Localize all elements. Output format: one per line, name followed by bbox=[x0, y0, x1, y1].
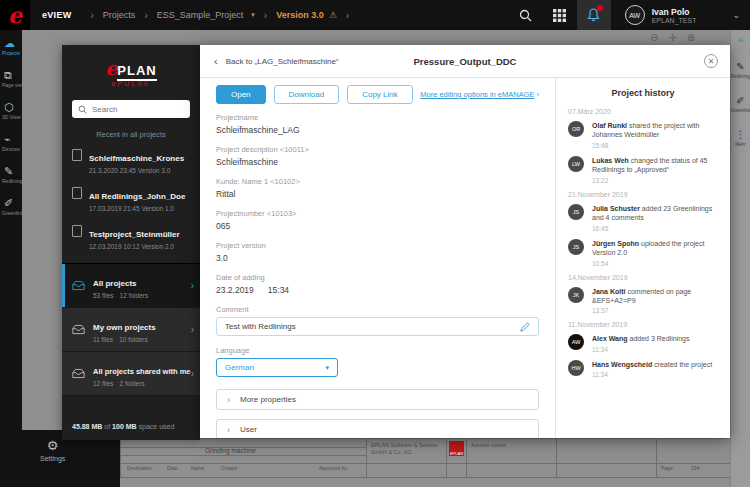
avatar: JK bbox=[568, 287, 584, 303]
search-input[interactable] bbox=[92, 105, 182, 114]
breadcrumb-version[interactable]: Version 3.0 bbox=[276, 10, 324, 20]
field-value: Rittal bbox=[216, 189, 539, 199]
field-label: Kunde: Name 1 <10102> bbox=[216, 177, 539, 186]
field-value: 23.2.201915:34 bbox=[216, 285, 539, 295]
breadcrumb-projects[interactable]: Projects bbox=[103, 10, 136, 20]
greenlining-tool[interactable]: ✐ Greenlining bbox=[731, 95, 750, 113]
history-entry: AW Alex Wang added 3 Redlinings 11:34 bbox=[568, 334, 718, 352]
chevron-right-icon: › bbox=[537, 90, 540, 99]
more-tools[interactable]: ⋮ Mehr bbox=[731, 129, 750, 147]
user-menu[interactable]: AW Ivan Polo EPLAN_TEST bbox=[625, 5, 697, 25]
chevron-right-icon: › bbox=[191, 280, 194, 291]
close-icon[interactable]: ✕ bbox=[704, 54, 718, 68]
section-more-properties[interactable]: › More properties bbox=[216, 389, 539, 410]
edit-pencil-icon[interactable] bbox=[520, 322, 530, 332]
pages-icon: ⧉ bbox=[4, 69, 22, 82]
notification-badge bbox=[597, 5, 603, 11]
history-date: 14.November 2019 bbox=[568, 274, 718, 281]
sidebar-item-shared-projects[interactable]: All projects shared with me 12 files2 fo… bbox=[62, 352, 200, 396]
settings-button[interactable]: ⚙ Settings bbox=[40, 438, 65, 462]
section-user[interactable]: › User bbox=[216, 419, 539, 438]
titleblock-label: Name bbox=[191, 465, 204, 471]
open-button[interactable]: Open bbox=[216, 85, 266, 104]
titleblock-label: Approved by bbox=[319, 465, 347, 471]
zoom-out-icon[interactable]: ⊖ bbox=[650, 32, 658, 43]
avatar: LW bbox=[568, 156, 584, 172]
sidebar-item-all-projects[interactable]: All projects 53 files12 folders › bbox=[62, 264, 200, 308]
apps-grid-icon[interactable] bbox=[543, 0, 577, 30]
collapse-panel-icon[interactable]: « bbox=[731, 34, 750, 45]
highlighter-icon: ✐ bbox=[731, 95, 750, 106]
pan-icon[interactable]: ✛ bbox=[668, 32, 676, 43]
cube-icon: ⬡ bbox=[4, 101, 22, 114]
nav-redlinings[interactable]: ✎ Redlinings bbox=[0, 158, 22, 190]
eplan-logo[interactable]: e bbox=[0, 0, 30, 30]
user-name: Ivan Polo bbox=[652, 7, 697, 17]
field-label: Project version bbox=[216, 241, 539, 250]
field-label: Project description <10011> bbox=[216, 145, 539, 154]
history-entry: JS Julia Schuster added 23 Greenlinings … bbox=[568, 204, 718, 232]
sidebar-search[interactable] bbox=[72, 100, 190, 118]
breadcrumb-separator: › bbox=[264, 10, 267, 21]
field-value: 3.0 bbox=[216, 253, 539, 263]
nav-projects[interactable]: ☁ Projects bbox=[0, 30, 22, 62]
breadcrumb-project-name[interactable]: ESS_Sample_Project bbox=[157, 10, 244, 20]
redlining-tool[interactable]: ✎ Redlining bbox=[731, 61, 750, 79]
history-entry: OR Olaf Runkl shared the project with Jo… bbox=[568, 121, 718, 149]
warning-icon: ⚠ bbox=[329, 10, 337, 20]
download-button[interactable]: Download bbox=[274, 85, 340, 104]
pen-icon: ✎ bbox=[4, 165, 22, 178]
history-entry: HW Hans Wengscheid created the project 1… bbox=[568, 360, 718, 378]
document-icon bbox=[72, 187, 82, 199]
language-select[interactable]: German ▾ bbox=[216, 358, 338, 377]
document-icon bbox=[72, 149, 82, 161]
titleblock-label: Destination bbox=[127, 465, 152, 471]
titleblock-label: Page bbox=[661, 465, 673, 471]
chevron-right-icon: › bbox=[191, 368, 194, 379]
highlighter-icon: ✐ bbox=[4, 197, 22, 210]
nav-3d-view[interactable]: ⬡ 3D View bbox=[0, 94, 22, 126]
language-label: Language bbox=[216, 346, 539, 355]
field-value: Schleifmaschine bbox=[216, 157, 539, 167]
eplan-epulse-logo: ePLAN ePULSE bbox=[62, 45, 200, 91]
search-icon[interactable] bbox=[509, 0, 543, 30]
zoom-in-icon[interactable]: ⊕ bbox=[687, 32, 695, 43]
avatar: JS bbox=[568, 239, 584, 255]
recent-project-item[interactable]: Schleifmaschine_Krones 21.3.2020 23:45 V… bbox=[62, 141, 200, 179]
chevron-left-icon: ‹ bbox=[214, 55, 218, 67]
comment-label: Comment bbox=[216, 305, 539, 314]
left-nav-rail: ☁ Projects ⧉ Page view ⬡ 3D View ⌁ Devic… bbox=[0, 30, 22, 430]
more-editing-options-link[interactable]: More editing options in eMANAGE› bbox=[420, 90, 539, 99]
nav-devices[interactable]: ⌁ Devices bbox=[0, 126, 22, 158]
plug-icon: ⌁ bbox=[4, 133, 22, 146]
app-root: ⊖ ✛ ⊕ Grinding machine Destination Date … bbox=[0, 0, 750, 487]
field-label: Projectname bbox=[216, 113, 539, 122]
field-value: 065 bbox=[216, 221, 539, 231]
titleblock-machine: Grinding machine bbox=[205, 447, 256, 454]
avatar: AW bbox=[568, 334, 584, 350]
notifications-bell-icon[interactable] bbox=[577, 0, 611, 30]
comment-input[interactable] bbox=[225, 322, 520, 331]
titleblock-description: Actuator control bbox=[471, 442, 506, 448]
titleblock-label: Date bbox=[167, 465, 178, 471]
nav-greenlinings[interactable]: ✐ Greenlinings bbox=[0, 190, 22, 222]
user-org: EPLAN_TEST bbox=[652, 17, 697, 24]
user-menu-chevron-icon[interactable]: ⌄ bbox=[732, 10, 740, 20]
top-bar: e eVIEW › Projects › ESS_Sample_Project … bbox=[0, 0, 750, 30]
copy-link-button[interactable]: Copy Link bbox=[347, 85, 413, 104]
document-icon bbox=[72, 225, 82, 237]
recent-project-item[interactable]: Testproject_Steinmüller 12.03.2019 10:12… bbox=[62, 217, 200, 255]
eplan-logo-small: EPLAN bbox=[449, 441, 464, 456]
app-title: eVIEW bbox=[42, 10, 72, 20]
comment-field[interactable] bbox=[216, 317, 539, 336]
drawing-title-block: Grinding machine Destination Date Name C… bbox=[120, 438, 750, 478]
dots-vertical-icon: ⋮ bbox=[731, 129, 750, 140]
project-details-modal: ‹ Back to „LAG_Schleifmaschine“ Pressure… bbox=[200, 45, 730, 438]
project-dropdown-icon[interactable]: ▾ bbox=[251, 11, 255, 19]
field-label: Projectnumber <10103> bbox=[216, 209, 539, 218]
back-button[interactable]: ‹ Back to „LAG_Schleifmaschine“ bbox=[214, 55, 339, 67]
recent-project-item[interactable]: All Redlinings_John_Doe 17.03.2019 21:45… bbox=[62, 179, 200, 217]
nav-page-view[interactable]: ⧉ Page view bbox=[0, 62, 22, 94]
sidebar-item-my-own-projects[interactable]: My own projects 11 files10 folders › bbox=[62, 308, 200, 352]
history-entry: JS Jürgen Spohn uploaded the project Ver… bbox=[568, 239, 718, 267]
